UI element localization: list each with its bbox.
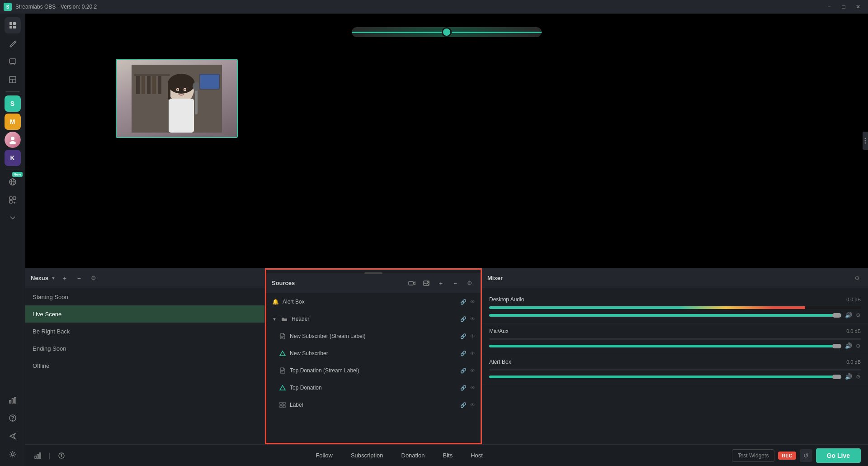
sources-panel-title: Sources	[272, 280, 403, 286]
sidebar-item-help[interactable]	[5, 410, 21, 426]
app: S M K New	[0, 14, 868, 466]
source-vis-icon-3[interactable]: 👁	[470, 333, 475, 339]
sidebar-item-streamlabs[interactable]: S	[5, 95, 21, 112]
mic-slider-fill	[489, 345, 841, 347]
source-item-donation-label[interactable]: Top Donation (Stream Label) 🔗 👁	[266, 362, 481, 379]
sources-video-button[interactable]	[406, 278, 417, 289]
sources-settings-button[interactable]: ⚙	[464, 278, 475, 289]
host-tab[interactable]: Host	[463, 449, 490, 461]
scenes-header-icons: + − ⚙	[59, 273, 99, 284]
source-vis-icon-5[interactable]: 👁	[470, 368, 475, 373]
alert-slider-track[interactable]	[489, 376, 841, 378]
scene-item-live[interactable]: Live Scene	[25, 305, 264, 323]
mic-slider-thumb[interactable]	[832, 344, 841, 348]
scene-item-offline[interactable]: Offline	[25, 357, 264, 374]
sidebar-chevron-down[interactable]	[5, 210, 21, 226]
scene-item-starting-soon[interactable]: Starting Soon	[25, 288, 264, 305]
sources-panel: Sources	[265, 268, 482, 444]
source-lock-icon-4[interactable]: 🔗	[460, 351, 467, 357]
source-item-sub-label[interactable]: New Subscriber (Stream Label) 🔗 👁	[266, 328, 481, 345]
mixer-settings-button[interactable]: ⚙	[852, 273, 863, 284]
mixer-desktop-audio: Desktop Audio 0.0 dB 🔊 ⚙	[482, 292, 868, 323]
alert-tri-icon-2	[279, 384, 286, 391]
mic-gear-icon[interactable]: ⚙	[856, 343, 861, 349]
scenes-remove-button[interactable]: −	[74, 273, 85, 284]
right-resize-handle[interactable]	[863, 132, 868, 150]
source-lock-icon-7[interactable]: 🔗	[460, 402, 467, 408]
statusbar-info-button[interactable]	[56, 450, 67, 461]
source-vis-icon-2[interactable]: 👁	[470, 316, 475, 322]
svg-rect-18	[9, 400, 11, 403]
source-item-top-donation[interactable]: Top Donation 🔗 👁	[266, 379, 481, 396]
sidebar-item-editor[interactable]	[5, 35, 21, 52]
maximize-button[interactable]: □	[837, 2, 850, 11]
source-lock-icon-3[interactable]: 🔗	[460, 333, 467, 339]
source-lock-icon[interactable]: 🔗	[460, 299, 467, 305]
donation-tab[interactable]: Donation	[394, 449, 432, 461]
sources-add-button[interactable]: +	[435, 278, 446, 289]
folder-icon	[281, 315, 288, 323]
sidebar-item-home[interactable]	[5, 17, 21, 33]
svg-point-38	[184, 89, 186, 90]
source-vis-icon-6[interactable]: 👁	[470, 385, 475, 390]
mixer-panel: Mixer ⚙ Desktop Audio 0.0 dB	[482, 268, 868, 444]
test-widgets-button[interactable]: Test Widgets	[732, 449, 775, 462]
minimize-button[interactable]: −	[823, 2, 835, 11]
scenes-chevron-icon[interactable]: ▼	[51, 276, 56, 281]
sidebar-item-chat[interactable]	[5, 53, 21, 70]
svg-rect-13	[9, 197, 12, 200]
sidebar-item-k[interactable]: K	[5, 150, 21, 166]
sidebar-item-avatar1[interactable]	[5, 132, 21, 148]
source-lock-icon-2[interactable]: 🔗	[460, 316, 467, 322]
titlebar-left: S Streamlabs OBS - Version: 0.20.2	[4, 3, 97, 11]
follow-tab[interactable]: Follow	[308, 449, 340, 461]
source-visibility-icon[interactable]: 👁	[470, 299, 475, 304]
alert-slider-thumb[interactable]	[832, 375, 841, 379]
source-lock-icon-5[interactable]: 🔗	[460, 368, 467, 374]
mic-volume-icon[interactable]: 🔊	[845, 342, 852, 349]
svg-rect-57	[280, 405, 282, 408]
alert-gear-icon[interactable]: ⚙	[856, 374, 861, 380]
desktop-slider-fill	[489, 314, 841, 317]
sidebar-item-globe[interactable]: New	[5, 174, 21, 190]
statusbar-stats-button[interactable]	[33, 450, 43, 461]
scene-item-ending[interactable]: Ending Soon	[25, 340, 264, 357]
doc-icon-1	[279, 333, 286, 340]
folder-toggle-icon[interactable]: ▼	[272, 316, 277, 322]
source-vis-icon-7[interactable]: 👁	[470, 402, 475, 408]
source-item-new-sub[interactable]: New Subscriber 🔗 👁	[266, 345, 481, 362]
desktop-gear-icon[interactable]: ⚙	[856, 312, 861, 319]
scene-item-brb[interactable]: Be Right Back	[25, 323, 264, 340]
sidebar-item-settings[interactable]	[5, 446, 21, 462]
alertbox-icon: 🔔	[272, 298, 279, 305]
titlebar-logo: S	[4, 3, 12, 11]
mic-slider-track[interactable]	[489, 345, 841, 347]
sidebar-item-layout[interactable]	[5, 71, 21, 88]
desktop-slider-thumb[interactable]	[832, 313, 841, 318]
sidebar-item-m[interactable]: M	[5, 114, 21, 130]
go-live-button[interactable]: Go Live	[816, 448, 861, 463]
reset-button[interactable]: ↺	[800, 449, 812, 462]
source-item-label[interactable]: Label 🔗 👁	[266, 396, 481, 414]
sidebar-item-send[interactable]	[5, 428, 21, 444]
sidebar-item-stats[interactable]	[5, 392, 21, 408]
alert-volume-icon[interactable]: 🔊	[845, 373, 852, 380]
source-lock-icon-6[interactable]: 🔗	[460, 385, 467, 391]
sources-remove-button[interactable]: −	[450, 278, 461, 289]
desktop-slider-track[interactable]	[489, 314, 841, 317]
sources-drag-handle[interactable]	[364, 272, 382, 274]
desktop-volume-icon[interactable]: 🔊	[845, 312, 852, 319]
sidebar-item-plugins[interactable]	[5, 192, 21, 208]
sources-image-button[interactable]	[421, 278, 432, 289]
mixer-mic-aux: Mic/Aux 0.0 dB 🔊 ⚙	[482, 323, 868, 354]
titlebar-controls[interactable]: − □ ✕	[823, 2, 864, 11]
bits-tab[interactable]: Bits	[436, 449, 460, 461]
source-vis-icon-4[interactable]: 👁	[470, 351, 475, 356]
source-item-header[interactable]: ▼ Header 🔗 👁	[266, 310, 481, 328]
source-item-alertbox[interactable]: 🔔 Alert Box 🔗 👁	[266, 293, 481, 310]
scenes-add-button[interactable]: +	[59, 273, 70, 284]
close-button[interactable]: ✕	[852, 2, 864, 11]
subscription-tab[interactable]: Subscription	[344, 449, 391, 461]
statusbar: | Follow Subscription Donation Bits Host…	[25, 444, 868, 466]
scenes-settings-button[interactable]: ⚙	[88, 273, 99, 284]
